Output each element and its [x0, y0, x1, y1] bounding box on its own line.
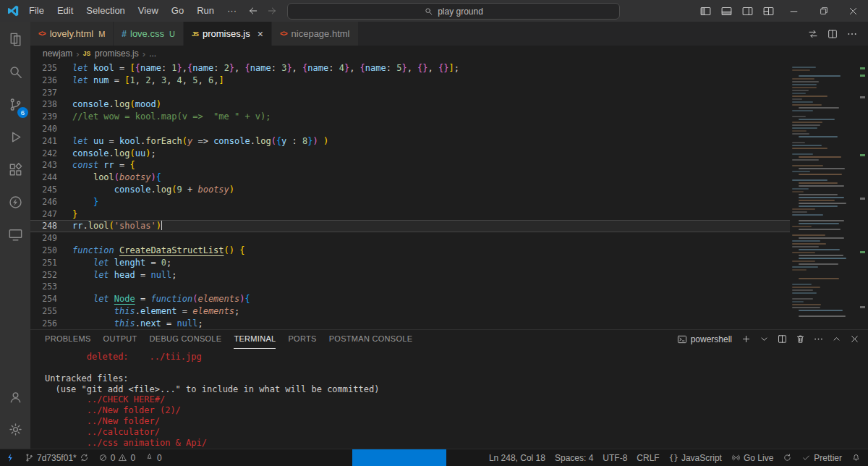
menu-view[interactable]: View	[132, 0, 165, 22]
panel-tab-problems[interactable]: PROBLEMS	[45, 330, 91, 349]
menu-run[interactable]: Run	[190, 0, 221, 22]
code-line-239[interactable]: 239//let wow = kool.map(v => "me " + v);	[30, 111, 868, 123]
warning-icon	[118, 453, 127, 462]
git-branch-status[interactable]: 7d735f01*	[25, 449, 89, 466]
maximize-panel-icon[interactable]	[828, 331, 844, 347]
code-line-235[interactable]: 235let kool = [{name: 1},{name: 2}, {nam…	[30, 62, 868, 75]
code-line-254[interactable]: 254 let Node = function(elements){	[30, 293, 868, 305]
editor-more-actions-icon[interactable]	[843, 23, 861, 45]
search-icon[interactable]	[0, 56, 30, 88]
code-line-253[interactable]: 253	[30, 281, 868, 293]
formatter-label: Prettier	[814, 453, 842, 463]
close-window-button[interactable]	[838, 0, 868, 22]
panel-tab-terminal[interactable]: TERMINAL	[234, 330, 276, 349]
panel-tab-debug-console[interactable]: DEBUG CONSOLE	[150, 330, 222, 349]
remote-explorer-icon[interactable]	[0, 219, 30, 251]
menu-selection[interactable]: Selection	[80, 0, 131, 22]
tab-nicepage.html[interactable]: <>nicepage.html	[272, 22, 359, 46]
status-accent-segment[interactable]	[352, 449, 446, 466]
explorer-icon[interactable]	[0, 23, 30, 56]
menu-overflow[interactable]: ···	[221, 0, 243, 22]
notifications-bell-icon[interactable]	[851, 449, 861, 466]
command-center-search[interactable]: play ground	[287, 3, 620, 20]
code-line-247[interactable]: 247}	[30, 208, 868, 221]
code-line-256[interactable]: 256 this.next = null;	[30, 318, 868, 329]
breadcrumb-file[interactable]: promises.js	[95, 48, 139, 59]
line-number: 245	[30, 184, 72, 196]
source-control-icon[interactable]: 6	[0, 88, 30, 121]
close-panel-icon[interactable]	[846, 331, 862, 347]
language-mode[interactable]: {} JavaScript	[669, 449, 722, 466]
terminal-shell-selector[interactable]: powershell	[677, 334, 732, 344]
minimap[interactable]	[790, 62, 858, 329]
back-arrow-icon[interactable]	[247, 5, 259, 17]
customize-layout-icon[interactable]	[758, 0, 779, 22]
code-line-242[interactable]: 242console.log(uu);	[30, 148, 868, 160]
code-line-251[interactable]: 251 let lenght = 0;	[30, 257, 868, 269]
panel-tab-postman-console[interactable]: POSTMAN CONSOLE	[329, 330, 413, 349]
js-file-icon: JS	[83, 50, 90, 57]
line-number: 255	[30, 305, 72, 318]
run-debug-icon[interactable]	[0, 121, 30, 153]
new-terminal-icon[interactable]	[738, 331, 754, 347]
code-line-250[interactable]: 250function CreateDataStructList() {	[30, 245, 868, 257]
settings-icon[interactable]	[0, 413, 30, 446]
line-number: 243	[30, 159, 72, 171]
forward-arrow-icon[interactable]	[266, 5, 278, 17]
code-line-244[interactable]: 244 lool(bootsy){	[30, 171, 868, 184]
tab-promises.js[interactable]: JSpromises.js×	[184, 22, 272, 46]
code-line-246[interactable]: 246 }	[30, 196, 868, 208]
kill-terminal-icon[interactable]	[792, 331, 808, 347]
text-cursor	[161, 221, 163, 230]
split-terminal-icon[interactable]	[774, 331, 790, 347]
vscode-logo-icon	[7, 4, 20, 17]
code-line-241[interactable]: 241let uu = kool.forEach(y => console.lo…	[30, 135, 868, 148]
breadcrumb-folder[interactable]: newjam	[43, 48, 72, 59]
menu-go[interactable]: Go	[165, 0, 190, 22]
encoding-setting[interactable]: UTF-8	[603, 449, 627, 466]
go-live-button[interactable]: Go Live	[731, 449, 773, 466]
code-line-248[interactable]: 248rr.lool('sholas')	[30, 220, 868, 232]
code-line-249[interactable]: 249	[30, 232, 868, 245]
panel-tab-output[interactable]: OUTPUT	[103, 330, 137, 349]
split-editor-icon[interactable]	[823, 23, 841, 45]
panel-tab-ports[interactable]: PORTS	[288, 330, 316, 349]
code-line-243[interactable]: 243const rr = {	[30, 159, 868, 171]
formatter-status[interactable]: Prettier	[801, 449, 842, 466]
extensions-icon[interactable]	[0, 153, 30, 186]
editor-tab-bar: <>lovely.htmlM#love.cssUJSpromises.js×<>…	[30, 22, 868, 46]
toggle-sidebar-icon[interactable]	[695, 0, 716, 22]
code-line-255[interactable]: 255 this.element = elements;	[30, 305, 868, 318]
compare-changes-icon[interactable]	[804, 23, 822, 45]
code-editor[interactable]: 235let kool = [{name: 1},{name: 2}, {nam…	[30, 62, 868, 329]
account-icon[interactable]	[0, 381, 30, 413]
thunder-client-icon[interactable]	[0, 186, 30, 219]
remote-indicator-icon[interactable]	[6, 449, 15, 466]
code-line-236[interactable]: 236let num = [1, 2, 3, 4, 5, 6,]	[30, 75, 868, 87]
problems-status[interactable]: 0 0	[98, 449, 135, 466]
terminal-dropdown-icon[interactable]	[756, 331, 772, 347]
menu-edit[interactable]: Edit	[51, 0, 80, 22]
rocket-status[interactable]: 0	[145, 449, 162, 466]
terminal-output[interactable]: deleted: ../tii.jpg Untracked files: (us…	[30, 349, 868, 449]
menu-file[interactable]: File	[22, 0, 51, 22]
toggle-secondary-sidebar-icon[interactable]	[737, 0, 758, 22]
indentation-setting[interactable]: Spaces: 4	[555, 449, 593, 466]
toggle-panel-icon[interactable]	[716, 0, 737, 22]
code-line-238[interactable]: 238console.log(mood)	[30, 98, 868, 111]
code-line-237[interactable]: 237	[30, 87, 868, 99]
code-line-252[interactable]: 252 let head = null;	[30, 269, 868, 281]
eol-setting[interactable]: CRLF	[637, 449, 659, 466]
sync-settings-icon[interactable]	[783, 449, 792, 466]
breadcrumb-symbol[interactable]: ...	[149, 48, 156, 59]
panel-more-actions-icon[interactable]	[810, 331, 826, 347]
code-line-245[interactable]: 245 console.log(9 + bootsy)	[30, 184, 868, 196]
close-tab-icon[interactable]: ×	[258, 29, 263, 39]
tab-lovely.html[interactable]: <>lovely.htmlM	[30, 22, 114, 46]
tab-love.css[interactable]: #love.cssU	[114, 22, 184, 46]
code-line-240[interactable]: 240	[30, 123, 868, 135]
minimize-window-button[interactable]	[779, 0, 809, 22]
overview-ruler[interactable]	[858, 62, 868, 329]
cursor-position[interactable]: Ln 248, Col 18	[489, 449, 545, 466]
restore-window-button[interactable]	[809, 0, 838, 22]
